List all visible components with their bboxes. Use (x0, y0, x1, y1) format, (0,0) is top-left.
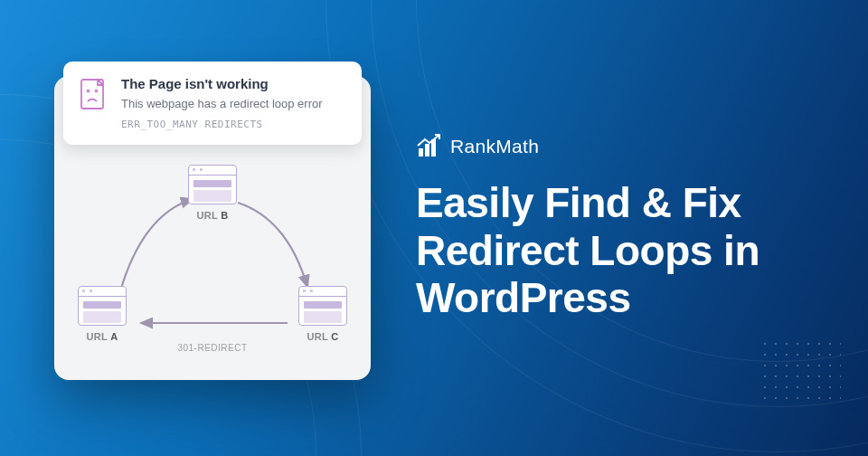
svg-rect-1 (419, 148, 423, 157)
browser-icon (298, 286, 347, 326)
browser-icon (188, 165, 237, 204)
browser-icon (78, 286, 127, 326)
alert-error-code: ERR_TOO_MANY REDIRECTS (121, 119, 345, 130)
redirect-loop-diagram: URL B URL A URL C 301-REDIRECT (71, 165, 354, 355)
svg-rect-0 (81, 80, 103, 109)
diagram-node-a: URL A (78, 286, 127, 342)
content-row: The Page isn't working This webpage has … (0, 0, 868, 456)
diagram-node-b: URL B (188, 165, 237, 221)
alert-subtitle: This webpage has a redirect loop error (121, 96, 345, 112)
redirect-type-label: 301-REDIRECT (177, 343, 247, 353)
illustration-card: The Page isn't working This webpage has … (54, 76, 371, 379)
error-alert: The Page isn't working This webpage has … (63, 62, 362, 144)
headline: Easily Find & Fix Redirect Loops in Word… (416, 179, 814, 321)
diagram-node-c: URL C (298, 286, 347, 342)
brand-name: RankMath (450, 136, 539, 157)
brand-row: RankMath (416, 134, 814, 159)
rankmath-logo-icon (416, 134, 441, 159)
text-column: RankMath Easily Find & Fix Redirect Loop… (416, 134, 814, 321)
sad-page-icon (80, 78, 108, 110)
svg-rect-2 (425, 144, 429, 157)
alert-title: The Page isn't working (121, 76, 345, 91)
